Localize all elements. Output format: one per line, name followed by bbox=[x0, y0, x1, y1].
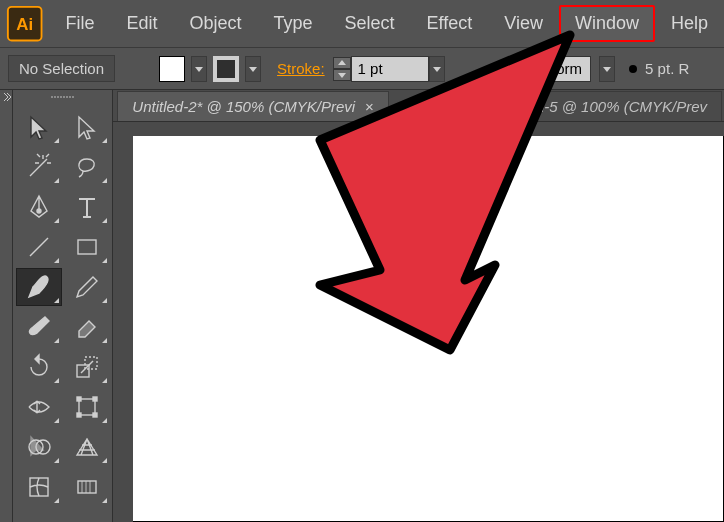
tool-flyout-icon bbox=[102, 178, 107, 183]
direct-selection-tool[interactable] bbox=[64, 108, 110, 146]
tool-flyout-icon bbox=[54, 178, 59, 183]
application-menu-bar: Ai FileEditObjectTypeSelectEffectViewWin… bbox=[0, 0, 724, 48]
eraser-tool[interactable] bbox=[64, 308, 110, 346]
menu-object[interactable]: Object bbox=[173, 5, 257, 42]
fill-swatch[interactable] bbox=[159, 56, 185, 82]
svg-text:Ai: Ai bbox=[16, 15, 33, 34]
panel-expand-strip[interactable] bbox=[0, 90, 13, 522]
document-tab-strip: Untitled-2* @ 150% (CMYK/Previ×d-5 @ 100… bbox=[113, 90, 724, 122]
rectangle-tool[interactable] bbox=[64, 228, 110, 266]
canvas-viewport[interactable] bbox=[113, 122, 724, 522]
workspace: Untitled-2* @ 150% (CMYK/Previ×d-5 @ 100… bbox=[0, 90, 724, 522]
svg-rect-9 bbox=[77, 413, 81, 417]
stroke-label[interactable]: Stroke: bbox=[277, 60, 325, 77]
menu-window[interactable]: Window bbox=[559, 5, 655, 42]
width-tool[interactable] bbox=[16, 388, 62, 426]
document-tab[interactable]: Untitled-2* @ 150% (CMYK/Previ× bbox=[117, 91, 389, 121]
menu-file[interactable]: File bbox=[49, 5, 110, 42]
svg-rect-7 bbox=[77, 397, 81, 401]
tool-flyout-icon bbox=[54, 378, 59, 383]
tool-flyout-icon bbox=[54, 138, 59, 143]
document-tab-label: Untitled-2* @ 150% (CMYK/Previ bbox=[132, 98, 355, 115]
pen-tool[interactable] bbox=[16, 188, 62, 226]
tool-flyout-icon bbox=[54, 298, 59, 303]
tool-flyout-icon bbox=[102, 298, 107, 303]
control-bar: No Selection Stroke: 1 pt Uniform 5 pt. … bbox=[0, 48, 724, 90]
app-logo-icon: Ai bbox=[6, 4, 43, 44]
blob-brush-tool[interactable] bbox=[16, 308, 62, 346]
variable-width-profile[interactable]: Uniform bbox=[521, 56, 592, 82]
document-tab-label: d-5 @ 100% (CMYK/Prev bbox=[536, 98, 707, 115]
menu-select[interactable]: Select bbox=[329, 5, 411, 42]
stroke-weight-up-icon[interactable] bbox=[333, 57, 351, 69]
brush-definition-label: 5 pt. R bbox=[645, 60, 689, 77]
fill-stroke-group bbox=[159, 56, 261, 82]
menu-type[interactable]: Type bbox=[257, 5, 328, 42]
selection-status: No Selection bbox=[8, 55, 115, 82]
tool-flyout-icon bbox=[54, 338, 59, 343]
shape-builder-tool[interactable] bbox=[16, 428, 62, 466]
menu-edit[interactable]: Edit bbox=[110, 5, 173, 42]
svg-rect-8 bbox=[93, 397, 97, 401]
stroke-weight-stepper[interactable]: 1 pt bbox=[333, 56, 445, 82]
tool-flyout-icon bbox=[102, 498, 107, 503]
magic-wand-tool[interactable] bbox=[16, 148, 62, 186]
selection-tool[interactable] bbox=[16, 108, 62, 146]
svg-point-2 bbox=[37, 209, 41, 213]
stroke-swatch[interactable] bbox=[213, 56, 239, 82]
free-transform-tool[interactable] bbox=[64, 388, 110, 426]
type-tool[interactable] bbox=[64, 188, 110, 226]
document-area: Untitled-2* @ 150% (CMYK/Previ×d-5 @ 100… bbox=[113, 90, 724, 522]
menu-view[interactable]: View bbox=[488, 5, 559, 42]
stroke-weight-down-icon[interactable] bbox=[333, 69, 351, 81]
tool-flyout-icon bbox=[54, 418, 59, 423]
fill-dropdown-icon[interactable] bbox=[191, 56, 207, 82]
stroke-weight-field[interactable]: 1 pt bbox=[351, 56, 429, 82]
svg-rect-13 bbox=[30, 478, 48, 496]
tool-flyout-icon bbox=[54, 218, 59, 223]
gradient-tool[interactable] bbox=[64, 468, 110, 506]
brush-dot-icon bbox=[629, 65, 637, 73]
brush-definition[interactable]: 5 pt. R bbox=[629, 60, 689, 77]
svg-rect-14 bbox=[78, 481, 96, 493]
tool-flyout-icon bbox=[54, 458, 59, 463]
scale-tool[interactable] bbox=[64, 348, 110, 386]
menu-effect[interactable]: Effect bbox=[411, 5, 489, 42]
tool-flyout-icon bbox=[102, 138, 107, 143]
artboard[interactable] bbox=[133, 136, 724, 522]
lasso-tool[interactable] bbox=[64, 148, 110, 186]
close-tab-icon[interactable]: × bbox=[365, 98, 374, 115]
line-segment-tool[interactable] bbox=[16, 228, 62, 266]
panel-grip-icon[interactable] bbox=[13, 90, 112, 104]
pencil-tool[interactable] bbox=[64, 268, 110, 306]
svg-rect-3 bbox=[78, 240, 96, 254]
tool-flyout-icon bbox=[102, 258, 107, 263]
stroke-weight-dropdown-icon[interactable] bbox=[429, 56, 445, 82]
tool-flyout-icon bbox=[102, 338, 107, 343]
tool-flyout-icon bbox=[102, 378, 107, 383]
stroke-dropdown-icon[interactable] bbox=[245, 56, 261, 82]
tool-flyout-icon bbox=[102, 458, 107, 463]
paintbrush-tool[interactable] bbox=[16, 268, 62, 306]
tools-panel bbox=[13, 90, 113, 522]
profile-dropdown-icon[interactable] bbox=[599, 56, 615, 82]
rotate-tool[interactable] bbox=[16, 348, 62, 386]
tool-flyout-icon bbox=[102, 418, 107, 423]
menu-help[interactable]: Help bbox=[655, 5, 724, 42]
perspective-grid-tool[interactable] bbox=[64, 428, 110, 466]
tool-flyout-icon bbox=[54, 498, 59, 503]
mesh-tool[interactable] bbox=[16, 468, 62, 506]
tool-flyout-icon bbox=[54, 258, 59, 263]
svg-rect-10 bbox=[93, 413, 97, 417]
document-tab[interactable]: d-5 @ 100% (CMYK/Prev bbox=[521, 91, 722, 121]
tool-flyout-icon bbox=[102, 218, 107, 223]
